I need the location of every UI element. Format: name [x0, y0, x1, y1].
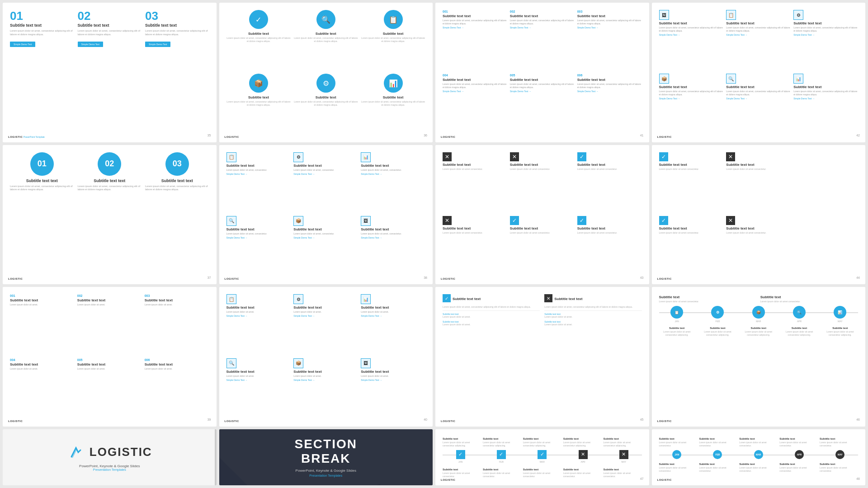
- slide-43-check-2: ✕: [510, 152, 519, 161]
- slide-45-check-2: ✕: [544, 294, 552, 302]
- slide-40-item-5: 📦 Subtitle text text Lorem ipsum dolor s…: [293, 358, 358, 419]
- slide-40-item-4: 🔍 Subtitle text text Lorem ipsum dolor s…: [226, 358, 291, 419]
- slide-40-footer: LOGISTIC 40: [225, 416, 428, 424]
- timeline-dot-2: ⚙: [711, 306, 724, 319]
- slide-38-icon-6: 🖼: [361, 216, 371, 226]
- slide-48-top-5: Subtitle text Lorem ipsum dolor sit amet…: [820, 436, 858, 447]
- logo-sub: PowerPoint, Keynote & Google Slides: [79, 464, 140, 468]
- slide-number: 39: [208, 418, 211, 421]
- slide-number: 45: [640, 418, 644, 421]
- slide-grid: 01 Subtitle text text Lorem ipsum dolor …: [0, 0, 868, 488]
- slide-38: 📋 Subtitle text text Lorem ipsum dolor s…: [219, 145, 433, 285]
- slide-45: ✓ Subtitle text text Lorem ipsum dolor s…: [435, 287, 649, 427]
- slide-number: 47: [640, 477, 644, 480]
- slide-39-footer: LOGISTIC 39: [8, 416, 211, 424]
- slide-37-footer: LOGISTIC 37: [8, 273, 211, 282]
- timeline-dot-1: 📋: [670, 306, 683, 319]
- slide-38-icon-2: ⚙: [293, 152, 303, 162]
- slide-48-bot-4: Subtitle text Lorem ipsum dolor sit amet…: [779, 462, 818, 473]
- slide-number: 44: [856, 276, 860, 279]
- section-title: SECTION BREAK: [295, 437, 357, 466]
- slide-36-item-6: 📊 Subtitle text Lorem ipsum dolor sit am…: [361, 74, 425, 135]
- slide-35-col-2: 02 Subtitle text text Lorem ipsum dolor …: [78, 10, 142, 135]
- slide-40-icon-5: 📦: [293, 358, 303, 368]
- scroll-indicator[interactable]: [215, 429, 217, 485]
- slide-42-item-5: 🔍 Subtitle text text Lorem ipsum dolor s…: [726, 74, 791, 135]
- slide-39-item-1: 001 Subtitle text text Lorem ipsum dolor…: [10, 294, 75, 355]
- check-item-3: ✓ MAR: [524, 450, 560, 464]
- slide-number: 35: [208, 134, 211, 137]
- section-link[interactable]: Presentation Templates: [295, 474, 357, 477]
- check-row: ✓ JAN ✓ FEB ✓ MAR ✕ APR ✕ MAY: [443, 450, 642, 464]
- slide-number: 42: [856, 134, 860, 137]
- slide-35-num-2: 02: [78, 10, 142, 22]
- slide-number: 37: [208, 276, 211, 279]
- brand-logo: LOGISTIC: [441, 474, 455, 483]
- slide-38-item-3: 📊 Subtitle text text Lorem ipsum dolor s…: [361, 152, 425, 213]
- slide-44-item-2: ✕ Subtitle text text Lorem ipsum dolor s…: [726, 152, 791, 213]
- slide-41-footer: LOGISTIC 41: [441, 131, 644, 140]
- brand-logo: LOGISTIC: [441, 273, 455, 282]
- slide-43-footer: LOGISTIC 43: [441, 273, 644, 282]
- slide-36-icon-3: 📋: [384, 10, 403, 29]
- brand-logo: LOGISTIC: [441, 416, 455, 424]
- slide-36-icon-6: 📊: [384, 74, 403, 93]
- slide-47-top-4: Subtitle text Lorem ipsum dolor sit amet…: [563, 436, 602, 447]
- slide-41-item-4: 004 Subtitle text text Lorem ipsum dolor…: [443, 74, 507, 135]
- slide-42-icon-4: 📦: [659, 74, 669, 84]
- slide-38-icon-1: 📋: [226, 152, 236, 162]
- slide-45-sub-1: Subtitle text text Lorem ipsum dolor sit…: [443, 313, 540, 319]
- divider: [443, 310, 540, 311]
- slide-39-content: 001 Subtitle text text Lorem ipsum dolor…: [10, 294, 209, 419]
- slide-46-header: Subtitle text Lorem ipsum dolor sit amet…: [659, 294, 859, 303]
- slide-40-item-1: 📋 Subtitle text text Lorem ipsum dolor s…: [226, 294, 291, 355]
- slide-40-item-6: 🖼 Subtitle text text Lorem ipsum dolor s…: [361, 358, 425, 419]
- slide-36-content: ✓ Subtitle text Lorem ipsum dolor sit am…: [226, 10, 426, 135]
- timeline-item-5: 📊 MAY: [822, 306, 858, 323]
- slide-39-item-6: 006 Subtitle text text Lorem ipsum dolor…: [145, 358, 209, 419]
- slide-38-item-1: 📋 Subtitle text text Lorem ipsum dolor s…: [226, 152, 291, 213]
- brand-logo: LOGISTIC: [441, 131, 455, 140]
- slide-42-icon-2: 📋: [726, 10, 736, 20]
- slide-47-top-2: Subtitle text Lorem ipsum dolor sit amet…: [483, 436, 521, 447]
- timeline-item-3: 📦 MAR: [741, 306, 776, 323]
- slide-48-bot-3: Subtitle text Lorem ipsum dolor sit amet…: [739, 462, 778, 473]
- slide-44-footer: LOGISTIC 44: [657, 273, 860, 282]
- slide-36-icon-2: 🔍: [316, 10, 335, 29]
- section-break-slide: SECTION BREAK PowerPoint, Keynote & Goog…: [219, 429, 433, 485]
- slide-42-icon-5: 🔍: [726, 74, 736, 84]
- timeline-dot-3: 📦: [752, 306, 765, 319]
- slide-46-timeline: 📋 JAN ⚙ FEB 📦 MAR 🔍 APR 📊 MAY: [659, 306, 859, 323]
- brand-logo: LOGISTIC: [8, 416, 23, 424]
- section-content: SECTION BREAK PowerPoint, Keynote & Goog…: [295, 437, 357, 477]
- slide-40-icon-3: 📊: [361, 294, 371, 304]
- slide-44: ✓ Subtitle text text Lorem ipsum dolor s…: [652, 145, 866, 285]
- brand-logo: LOGISTIC: [225, 416, 239, 424]
- logo-link[interactable]: Presentation Templates: [93, 468, 126, 471]
- slide-41-content: 001 Subtitle text text Lorem ipsum dolor…: [443, 10, 642, 135]
- slide-39-item-2: 002 Subtitle text text Lorem ipsum dolor…: [77, 294, 142, 355]
- check-item-5: ✕ MAY: [606, 450, 642, 464]
- slide-38-content: 📋 Subtitle text text Lorem ipsum dolor s…: [226, 152, 426, 277]
- slide-42-item-6: 📊 Subtitle text text Lorem ipsum dolor s…: [793, 74, 858, 135]
- slide-number: 40: [424, 418, 427, 421]
- slide-36-icon-1: ✓: [249, 10, 268, 29]
- slide-43-item-4: ✕ Subtitle text text Lorem ipsum dolor s…: [443, 216, 507, 277]
- timeline-dots: JAN FEB MAR APR MAY: [659, 450, 859, 459]
- slide-48-bot-1: Subtitle text Lorem ipsum dolor sit amet…: [659, 462, 698, 473]
- slide-35-btn-3[interactable]: Simple Demo Text: [145, 42, 170, 47]
- slide-41-item-3: 003 Subtitle text text Lorem ipsum dolor…: [577, 10, 642, 71]
- slide-37-content: 01 Subtitle text text Lorem ipsum dolor …: [10, 152, 209, 277]
- slide-36-icon-4: 📦: [249, 74, 268, 93]
- slide-45-col-1: ✓ Subtitle text text Lorem ipsum dolor s…: [443, 294, 540, 419]
- slide-36-item-4: 📦 Subtitle text Lorem ipsum dolor sit am…: [226, 74, 291, 135]
- check-item-2: ✓ FEB: [483, 450, 519, 464]
- slide-42-icon-3: ⚙: [793, 10, 803, 20]
- slide-47-top-5: Subtitle text Lorem ipsum dolor sit amet…: [604, 436, 642, 447]
- slide-35-btn-1[interactable]: Simple Demo Text: [10, 42, 35, 47]
- slide-46: Subtitle text Lorem ipsum dolor sit amet…: [652, 287, 866, 427]
- slide-35-btn-2[interactable]: Simple Demo Text: [78, 42, 103, 47]
- slide-40-icon-6: 🖼: [361, 358, 371, 368]
- slide-38-item-2: ⚙ Subtitle text text Lorem ipsum dolor s…: [293, 152, 358, 213]
- slide-48-bottom: Subtitle text Lorem ipsum dolor sit amet…: [659, 462, 859, 473]
